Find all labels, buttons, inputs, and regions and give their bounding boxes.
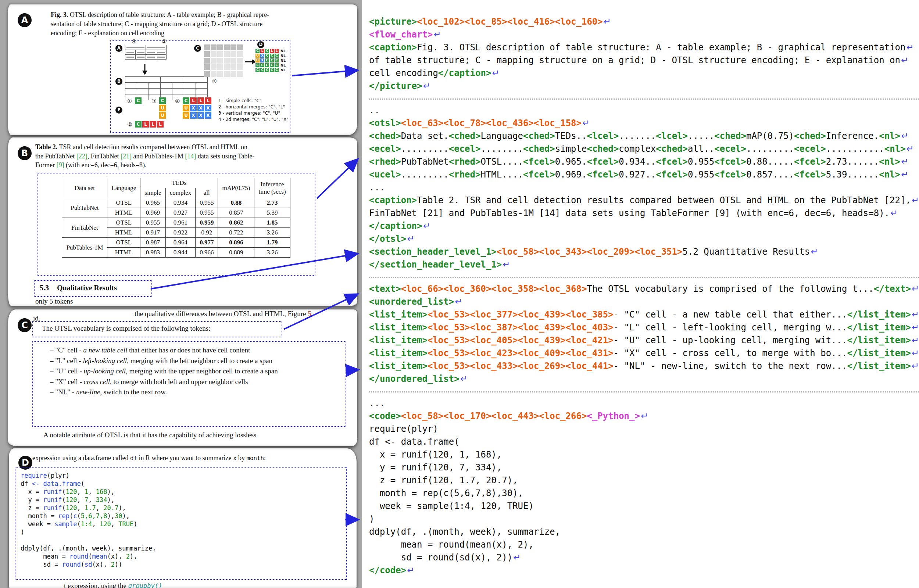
text-segment: 120 <box>66 496 77 504</box>
text-segment: [22] <box>76 152 87 160</box>
text-segment: <loc_102><loc_85><loc_416><loc_160> <box>417 16 603 27</box>
token-line: <list_item><loc_53><loc_405><loc_439><lo… <box>369 334 919 347</box>
grid-row <box>204 51 243 57</box>
token-line: <picture><loc_102><loc_85><loc_416><loc_… <box>369 15 919 28</box>
grid-row: CLCLLNL <box>255 48 286 53</box>
grid-row: U <box>159 112 166 119</box>
code-intro-text: expression using a data.frame called df … <box>32 454 266 463</box>
token-line: ... <box>369 397 919 410</box>
text-segment: ( <box>81 561 84 568</box>
text-segment: [14] <box>185 152 196 160</box>
vocab-list: – "C" cell - a new table cell that eithe… <box>42 346 337 397</box>
text-segment: OTSL <box>480 157 502 167</box>
flow-arrow-down-icon <box>142 64 148 75</box>
text-segment: z = <box>21 504 43 512</box>
text-segment: cell encoding <box>369 68 438 78</box>
list-item: – "L" cell - left-looking cell, merging … <box>42 356 337 366</box>
return-icon: ↵ <box>901 157 908 167</box>
text-segment: ( <box>62 488 66 495</box>
text-segment: <fcel> <box>587 157 619 167</box>
text-segment: month <box>246 455 264 462</box>
return-icon: ↵ <box>906 42 914 53</box>
snippet-table: B Table 2. TSR and cell detection result… <box>8 137 357 306</box>
text-segment: c <box>73 512 77 520</box>
token-sections: <picture><loc_102><loc_85><loc_416><loc_… <box>369 13 919 581</box>
text-segment: <rhed> <box>449 157 481 167</box>
text-segment: .... <box>502 170 523 180</box>
text-segment: <fcel> <box>794 157 826 167</box>
text-segment: sd <box>84 561 92 568</box>
return-icon: ↵ <box>912 361 919 371</box>
text-line: sentation of table structure; C - mappin… <box>51 19 317 29</box>
token-line: FinTabNet [21] and PubTables-1M [14] dat… <box>369 207 919 220</box>
text-segment: of table structure; C - mapping structur… <box>369 55 900 65</box>
text-segment: ( <box>62 504 66 512</box>
text-segment: - "L" cell - left-looking cell, merging … <box>614 322 831 333</box>
return-icon: ↵ <box>407 234 414 244</box>
text-segment: data sets using Table- <box>196 152 254 160</box>
text-line <box>21 536 341 544</box>
text-segment: - "C" cell - a new table cell that eithe… <box>614 309 831 320</box>
text-segment: <fcel> <box>656 157 688 167</box>
text-segment: mAP(0.75) <box>746 131 794 141</box>
text-segment: <loc_53><loc_377><loc_439><loc_385> <box>428 309 614 320</box>
marker-4-icon: ④ <box>132 39 136 44</box>
return-icon: ↵ <box>901 55 908 65</box>
text-segment: sd = round(sd(x), 2)) <box>369 552 512 563</box>
text-segment: TSR and cell detection results compared … <box>57 143 247 151</box>
text-segment: ( <box>88 553 92 560</box>
text-segment: <ecel> <box>714 144 746 154</box>
text-segment: </list_item> <box>847 361 911 371</box>
text-segment: round <box>62 561 81 568</box>
text-segment: [9] <box>57 162 64 169</box>
nl-label: NL <box>281 48 286 53</box>
return-icon: ↵ <box>582 118 590 128</box>
text-segment: require <box>21 472 47 479</box>
text-segment: 0.965 <box>555 157 581 167</box>
text-segment: rep <box>58 512 69 520</box>
text-segment: 5.39 <box>826 170 847 180</box>
text-line: x = runif(120, 1, 168), <box>21 488 341 496</box>
text-segment: ... <box>831 361 847 371</box>
text-segment: Inference <box>826 131 874 141</box>
text-segment: <nl> <box>879 131 900 141</box>
token-line: <ucel>.........<rhed>HTML....<fcel>0.969… <box>369 168 919 181</box>
text-segment: Table 2. TSR and cell detection results … <box>417 195 911 205</box>
token-line: <ched>Data set.<ched>Language<ched>TEDs.… <box>369 130 919 142</box>
text-segment: </list_item> <box>847 348 911 358</box>
text-segment: .. <box>369 105 380 115</box>
text-segment: <fcel> <box>587 170 619 180</box>
grid-row <box>204 71 243 77</box>
example-1-number: ① <box>127 99 132 104</box>
text-segment: Data set <box>401 131 444 141</box>
text-segment: <list_item> <box>369 335 428 346</box>
token-line: x = runif(120, 1, 168), <box>369 448 919 461</box>
return-icon: ↵ <box>604 16 611 27</box>
text-segment: , <box>88 488 95 495</box>
grid-row: CLLL <box>134 121 164 128</box>
mapping-grid <box>204 44 243 77</box>
text-segment: <otsl> <box>369 118 401 128</box>
text-segment: 0.934 <box>619 157 645 167</box>
text-segment: .. <box>645 157 656 167</box>
grid-row: UXCCCNL <box>255 53 286 58</box>
text-segment: simple <box>555 144 587 154</box>
text-segment: df <box>130 455 137 462</box>
torn-text-fragment: the qualitative differences between OTSL… <box>134 309 311 318</box>
text-segment: x = runif(120, 1, 168), <box>369 449 502 460</box>
text-segment: and PubTables-1M <box>132 152 185 160</box>
subfigure-b-badge: B <box>115 78 123 85</box>
text-segment: df <box>21 480 32 487</box>
token-line: </picture>↵ <box>369 80 919 93</box>
text-segment: <ched> <box>794 131 826 141</box>
marker-2-icon: ② <box>162 39 166 44</box>
text-segment: sentation of table structure; C - mappin… <box>51 20 262 27</box>
token-line: <section_header_level_1><loc_58><loc_343… <box>369 246 919 258</box>
text-segment: <loc_53><loc_387><loc_439><loc_403> <box>428 322 614 333</box>
snippet-label-a: A <box>18 13 32 27</box>
text-segment: runif <box>43 496 62 504</box>
text-segment: ddply(df, .(month, week), summarize, <box>21 544 156 552</box>
text-segment: , <box>92 520 100 528</box>
return-icon: ↵ <box>906 144 914 154</box>
cell-encoding-legend: 1 - simple cells: "C"2 - horizontal merg… <box>218 98 289 123</box>
